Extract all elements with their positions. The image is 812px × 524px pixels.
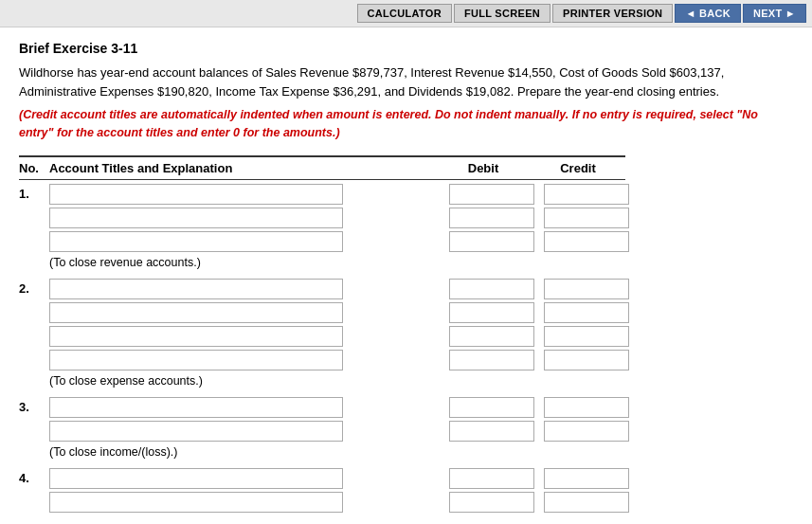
credit-cell bbox=[531, 184, 625, 205]
col-no-header: No. bbox=[19, 161, 49, 175]
table-row bbox=[19, 326, 625, 347]
account-input-4-1[interactable] bbox=[49, 468, 343, 489]
account-input-2-3[interactable] bbox=[49, 326, 343, 347]
entry-group-3: 3. bbox=[19, 397, 625, 459]
next-button[interactable]: NEXT ► bbox=[743, 4, 806, 23]
col-account-header: Account Titles and Explanation bbox=[49, 161, 436, 175]
credit-input-1-1[interactable] bbox=[544, 184, 629, 205]
debit-cell bbox=[436, 421, 531, 442]
table-row: 1. bbox=[19, 184, 625, 205]
account-input-2-2[interactable] bbox=[49, 302, 343, 323]
debit-cell bbox=[436, 184, 531, 205]
debit-input-2-4[interactable] bbox=[449, 350, 534, 370]
account-cell bbox=[49, 350, 436, 370]
debit-cell bbox=[436, 326, 531, 347]
toolbar: CALCULATOR FULL SCREEN PRINTER VERSION ◄… bbox=[0, 0, 812, 27]
credit-cell bbox=[531, 326, 625, 347]
account-cell bbox=[49, 279, 436, 299]
account-cell bbox=[49, 326, 436, 347]
debit-cell bbox=[436, 279, 531, 299]
credit-cell bbox=[531, 421, 625, 442]
debit-input-2-3[interactable] bbox=[449, 326, 534, 347]
entry-group-1: 1. bbox=[19, 184, 625, 269]
credit-cell bbox=[531, 468, 625, 489]
credit-cell bbox=[531, 231, 625, 252]
account-input-2-1[interactable] bbox=[49, 279, 343, 299]
entry-note-2: (To close expense accounts.) bbox=[19, 374, 625, 388]
debit-input-3-2[interactable] bbox=[449, 421, 534, 442]
debit-input-4-1[interactable] bbox=[449, 468, 534, 489]
account-input-1-2[interactable] bbox=[49, 208, 343, 228]
table-row: 4. bbox=[19, 468, 625, 489]
entry-num-4: 4. bbox=[19, 471, 49, 485]
table-row bbox=[19, 421, 625, 442]
debit-input-1-2[interactable] bbox=[449, 208, 534, 228]
credit-cell bbox=[531, 492, 625, 513]
entry-group-2: 2. bbox=[19, 279, 625, 388]
credit-cell bbox=[531, 208, 625, 228]
account-cell bbox=[49, 492, 436, 513]
credit-input-2-4[interactable] bbox=[544, 350, 629, 370]
entry-group-4: 4. bbox=[19, 468, 625, 513]
table-row bbox=[19, 302, 625, 323]
debit-input-4-2[interactable] bbox=[449, 492, 534, 513]
table-row: 2. bbox=[19, 279, 625, 299]
account-input-3-1[interactable] bbox=[49, 397, 343, 418]
debit-cell bbox=[436, 492, 531, 513]
entry-note-3: (To close income/(loss).) bbox=[19, 445, 625, 459]
credit-input-4-1[interactable] bbox=[544, 468, 629, 489]
debit-cell bbox=[436, 231, 531, 252]
entry-num-3: 3. bbox=[19, 400, 49, 414]
account-cell bbox=[49, 231, 436, 252]
debit-input-3-1[interactable] bbox=[449, 397, 534, 418]
account-cell bbox=[49, 468, 436, 489]
col-debit-header: Debit bbox=[436, 161, 531, 175]
debit-input-1-3[interactable] bbox=[449, 231, 534, 252]
credit-input-1-2[interactable] bbox=[544, 208, 629, 228]
entry-num-2: 2. bbox=[19, 281, 49, 296]
debit-cell bbox=[436, 468, 531, 489]
exercise-instruction: (Credit account titles are automatically… bbox=[19, 106, 793, 142]
exercise-description: Wildhorse has year-end account balances … bbox=[19, 63, 793, 100]
printer-button[interactable]: PRINTER VERSION bbox=[552, 4, 673, 23]
credit-cell bbox=[531, 302, 625, 323]
back-button[interactable]: ◄ BACK bbox=[675, 4, 741, 23]
debit-input-2-2[interactable] bbox=[449, 302, 534, 323]
credit-input-3-1[interactable] bbox=[544, 397, 629, 418]
debit-input-1-1[interactable] bbox=[449, 184, 534, 205]
credit-input-4-2[interactable] bbox=[544, 492, 629, 513]
credit-input-1-3[interactable] bbox=[544, 231, 629, 252]
debit-cell bbox=[436, 302, 531, 323]
credit-input-2-2[interactable] bbox=[544, 302, 629, 323]
account-input-1-3[interactable] bbox=[49, 231, 343, 252]
calculator-button[interactable]: CALCULATOR bbox=[357, 4, 452, 23]
entry-note-1: (To close revenue accounts.) bbox=[19, 256, 625, 269]
fullscreen-button[interactable]: FULL SCREEN bbox=[454, 4, 550, 23]
table-row bbox=[19, 492, 625, 513]
debit-cell bbox=[436, 350, 531, 370]
account-input-3-2[interactable] bbox=[49, 421, 343, 442]
account-cell bbox=[49, 302, 436, 323]
account-cell bbox=[49, 208, 436, 228]
col-credit-header: Credit bbox=[531, 161, 625, 175]
table-row: 3. bbox=[19, 397, 625, 418]
account-cell bbox=[49, 184, 436, 205]
credit-cell bbox=[531, 279, 625, 299]
credit-cell bbox=[531, 350, 625, 370]
account-input-1-1[interactable] bbox=[49, 184, 343, 205]
table-row bbox=[19, 350, 625, 370]
table-row bbox=[19, 231, 625, 252]
debit-cell bbox=[436, 208, 531, 228]
table-header: No. Account Titles and Explanation Debit… bbox=[19, 155, 625, 180]
account-input-4-2[interactable] bbox=[49, 492, 343, 513]
main-content: Brief Exercise 3-11 Wildhorse has year-e… bbox=[0, 27, 812, 524]
account-cell bbox=[49, 421, 436, 442]
credit-input-3-2[interactable] bbox=[544, 421, 629, 442]
entry-table: No. Account Titles and Explanation Debit… bbox=[19, 155, 625, 513]
credit-cell bbox=[531, 397, 625, 418]
table-row bbox=[19, 208, 625, 228]
credit-input-2-3[interactable] bbox=[544, 326, 629, 347]
credit-input-2-1[interactable] bbox=[544, 279, 629, 299]
debit-input-2-1[interactable] bbox=[449, 279, 534, 299]
account-input-2-4[interactable] bbox=[49, 350, 343, 370]
